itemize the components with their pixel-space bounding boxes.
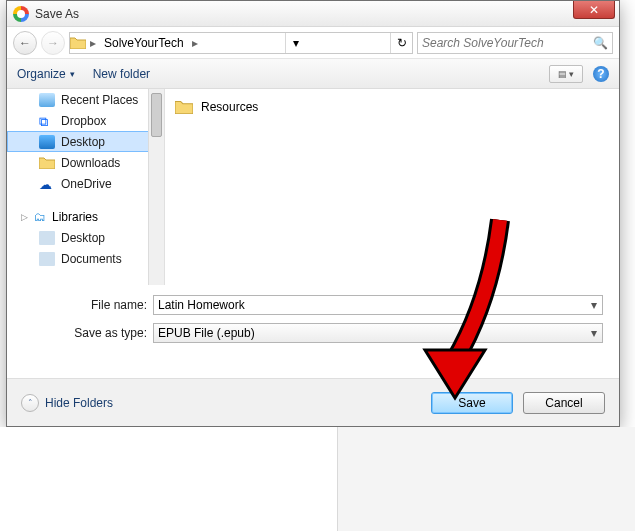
save-button[interactable]: Save [431, 392, 513, 414]
toolbar: Organize ▾ New folder ▤ ▾ ? [7, 59, 619, 89]
libraries-icon: 🗂 [34, 210, 46, 224]
desktop-icon [39, 135, 55, 149]
expand-icon: ▷ [21, 212, 28, 222]
savetype-label: Save as type: [69, 326, 147, 340]
list-item-label: Resources [201, 100, 258, 114]
refresh-button[interactable]: ↻ [390, 33, 412, 53]
file-list[interactable]: Resources [165, 89, 619, 285]
close-button[interactable]: ✕ [573, 1, 615, 19]
folder-icon [70, 36, 86, 49]
chevron-down-icon[interactable]: ▾ [586, 296, 602, 314]
sidebar: Recent Places ⧉ Dropbox Desktop Download… [7, 89, 165, 285]
sidebar-item-recent-places[interactable]: Recent Places [7, 89, 164, 110]
address-bar[interactable]: ▸ SolveYourTech ▸ ▾ ↻ [69, 32, 413, 54]
view-icon: ▤ ▾ [558, 69, 575, 79]
sidebar-item-label: OneDrive [61, 177, 112, 191]
sidebar-lib-documents[interactable]: Documents [7, 248, 164, 269]
chevron-down-icon: ▾ [293, 36, 299, 50]
forward-icon: → [47, 36, 59, 50]
search-icon: 🔍 [593, 36, 608, 50]
sidebar-item-desktop[interactable]: Desktop [7, 131, 164, 152]
hide-folders-label: Hide Folders [45, 396, 113, 410]
footer: ˄ Hide Folders Save Cancel [7, 378, 619, 426]
libraries-label: Libraries [52, 210, 98, 224]
nav-row: ← → ▸ SolveYourTech ▸ ▾ ↻ 🔍 [7, 27, 619, 59]
hide-folders-button[interactable]: ˄ Hide Folders [21, 394, 113, 412]
refresh-icon: ↻ [397, 36, 407, 50]
library-icon [39, 252, 55, 266]
back-icon: ← [19, 36, 31, 50]
background-panel [0, 427, 635, 531]
sidebar-item-label: Dropbox [61, 114, 106, 128]
background-right [338, 427, 635, 531]
help-icon: ? [597, 67, 604, 81]
sidebar-libraries-header[interactable]: ▷ 🗂 Libraries [7, 206, 164, 227]
dropbox-icon: ⧉ [39, 114, 55, 128]
onedrive-icon: ☁ [39, 177, 55, 191]
list-item[interactable]: Resources [175, 99, 609, 114]
view-options-button[interactable]: ▤ ▾ [549, 65, 583, 83]
breadcrumb-sep: ▸ [86, 36, 100, 50]
chrome-icon [13, 6, 29, 22]
sidebar-item-label: Documents [61, 252, 122, 266]
new-folder-button[interactable]: New folder [93, 67, 150, 81]
help-button[interactable]: ? [593, 66, 609, 82]
titlebar[interactable]: Save As ✕ [7, 1, 619, 27]
sidebar-item-dropbox[interactable]: ⧉ Dropbox [7, 110, 164, 131]
chevron-down-icon: ▾ [70, 69, 75, 79]
organize-label: Organize [17, 67, 66, 81]
forward-button[interactable]: → [41, 31, 65, 55]
window-title: Save As [35, 7, 79, 21]
sidebar-item-downloads[interactable]: Downloads [7, 152, 164, 173]
sidebar-item-label: Downloads [61, 156, 120, 170]
sidebar-item-onedrive[interactable]: ☁ OneDrive [7, 173, 164, 194]
search-input[interactable] [422, 36, 593, 50]
breadcrumb-sep: ▸ [188, 36, 202, 50]
address-dropdown[interactable]: ▾ [285, 33, 307, 53]
sidebar-scrollbar[interactable] [148, 89, 164, 285]
folder-icon [175, 99, 193, 114]
scrollbar-thumb[interactable] [151, 93, 162, 137]
filename-value: Latin Homework [158, 298, 245, 312]
savetype-select[interactable]: EPUB File (.epub) ▾ [153, 323, 603, 343]
chevron-down-icon[interactable]: ▾ [586, 324, 602, 342]
recent-icon [39, 93, 55, 107]
library-icon [39, 231, 55, 245]
fields: File name: Latin Homework ▾ Save as type… [7, 285, 619, 343]
breadcrumb-folder[interactable]: SolveYourTech [100, 34, 188, 52]
close-icon: ✕ [589, 3, 599, 17]
save-as-dialog: Save As ✕ ← → ▸ SolveYourTech ▸ ▾ ↻ 🔍 Or… [6, 0, 620, 427]
chevron-up-icon: ˄ [21, 394, 39, 412]
sidebar-lib-desktop[interactable]: Desktop [7, 227, 164, 248]
back-button[interactable]: ← [13, 31, 37, 55]
cancel-button[interactable]: Cancel [523, 392, 605, 414]
filename-input[interactable]: Latin Homework ▾ [153, 295, 603, 315]
dialog-body: Recent Places ⧉ Dropbox Desktop Download… [7, 89, 619, 285]
sidebar-item-label: Desktop [61, 231, 105, 245]
filename-label: File name: [69, 298, 147, 312]
background-left [0, 427, 338, 531]
organize-menu[interactable]: Organize ▾ [17, 67, 75, 81]
search-box[interactable]: 🔍 [417, 32, 613, 54]
downloads-icon [39, 156, 55, 170]
savetype-value: EPUB File (.epub) [158, 326, 255, 340]
sidebar-item-label: Recent Places [61, 93, 138, 107]
sidebar-item-label: Desktop [61, 135, 105, 149]
